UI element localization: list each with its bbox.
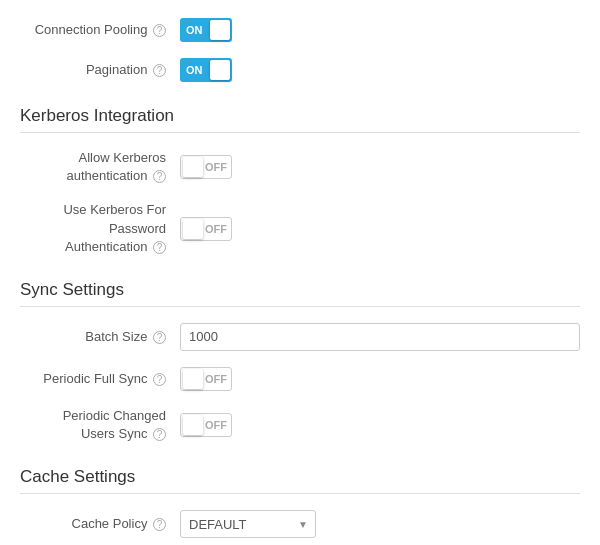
cache-policy-help-icon[interactable]: ? (153, 518, 166, 531)
batch-size-row: Batch Size ? (30, 315, 580, 359)
periodic-full-sync-off-label: OFF (205, 373, 227, 385)
pagination-row: Pagination ? ON (30, 50, 580, 90)
connection-pooling-row: Connection Pooling ? ON (30, 10, 580, 50)
cache-title: Cache Settings (20, 457, 580, 494)
pagination-on-label: ON (186, 64, 203, 76)
periodic-full-sync-help-icon[interactable]: ? (153, 373, 166, 386)
cache-policy-row: Cache Policy ? DEFAULT NONE INVALIDATE M… (30, 502, 580, 545)
connection-pooling-help-icon[interactable]: ? (153, 24, 166, 37)
allow-kerberos-off-label: OFF (205, 161, 227, 173)
batch-size-input[interactable] (180, 323, 580, 351)
pagination-control: ON (180, 58, 580, 82)
periodic-full-sync-track: OFF (180, 367, 232, 391)
allow-kerberos-row: Allow Kerberos authentication ? OFF (30, 141, 580, 193)
kerberos-password-label: Use Kerberos For Password Authentication… (30, 201, 180, 256)
kerberos-password-track: OFF (180, 217, 232, 241)
pagination-label: Pagination ? (30, 61, 180, 79)
connection-pooling-on-label: ON (186, 24, 203, 36)
kerberos-password-toggle[interactable]: OFF (180, 217, 232, 241)
cache-policy-label: Cache Policy ? (30, 515, 180, 533)
sync-section: Sync Settings Batch Size ? Periodic Full… (20, 270, 580, 451)
allow-kerberos-thumb (183, 157, 203, 177)
sync-title: Sync Settings (20, 270, 580, 307)
periodic-full-sync-thumb (183, 369, 203, 389)
pagination-thumb (210, 60, 230, 80)
periodic-changed-users-sync-row: Periodic Changed Users Sync ? OFF (30, 399, 580, 451)
kerberos-title: Kerberos Integration (20, 96, 580, 133)
periodic-full-sync-control: OFF (180, 367, 580, 391)
periodic-full-sync-row: Periodic Full Sync ? OFF (30, 359, 580, 399)
pagination-toggle[interactable]: ON (180, 58, 232, 82)
allow-kerberos-toggle[interactable]: OFF (180, 155, 232, 179)
connection-pooling-label: Connection Pooling ? (30, 21, 180, 39)
periodic-changed-users-sync-help-icon[interactable]: ? (153, 428, 166, 441)
periodic-full-sync-toggle[interactable]: OFF (180, 367, 232, 391)
periodic-full-sync-label: Periodic Full Sync ? (30, 370, 180, 388)
cache-policy-select[interactable]: DEFAULT NONE INVALIDATE MAX_LIFESPAN MAX… (180, 510, 316, 538)
periodic-changed-users-sync-label: Periodic Changed Users Sync ? (30, 407, 180, 443)
cache-policy-select-wrap: DEFAULT NONE INVALIDATE MAX_LIFESPAN MAX… (180, 510, 316, 538)
connection-pooling-thumb (210, 20, 230, 40)
kerberos-password-row: Use Kerberos For Password Authentication… (30, 193, 580, 264)
batch-size-label: Batch Size ? (30, 328, 180, 346)
kerberos-password-off-label: OFF (205, 223, 227, 235)
kerberos-password-control: OFF (180, 217, 580, 241)
pagination-track: ON (180, 58, 232, 82)
connection-pooling-track: ON (180, 18, 232, 42)
cache-policy-control: DEFAULT NONE INVALIDATE MAX_LIFESPAN MAX… (180, 510, 580, 538)
connection-pooling-toggle[interactable]: ON (180, 18, 232, 42)
batch-size-control (180, 323, 580, 351)
pagination-help-icon[interactable]: ? (153, 64, 166, 77)
cache-section: Cache Settings Cache Policy ? DEFAULT NO… (20, 457, 580, 545)
periodic-changed-users-sync-off-label: OFF (205, 419, 227, 431)
periodic-changed-users-sync-control: OFF (180, 413, 580, 437)
allow-kerberos-label: Allow Kerberos authentication ? (30, 149, 180, 185)
allow-kerberos-track: OFF (180, 155, 232, 179)
periodic-changed-users-sync-toggle[interactable]: OFF (180, 413, 232, 437)
batch-size-help-icon[interactable]: ? (153, 331, 166, 344)
kerberos-password-thumb (183, 219, 203, 239)
periodic-changed-users-sync-track: OFF (180, 413, 232, 437)
connection-pooling-control: ON (180, 18, 580, 42)
kerberos-section: Kerberos Integration Allow Kerberos auth… (20, 96, 580, 264)
periodic-changed-users-sync-thumb (183, 415, 203, 435)
kerberos-password-help-icon[interactable]: ? (153, 241, 166, 254)
allow-kerberos-control: OFF (180, 155, 580, 179)
allow-kerberos-help-icon[interactable]: ? (153, 170, 166, 183)
